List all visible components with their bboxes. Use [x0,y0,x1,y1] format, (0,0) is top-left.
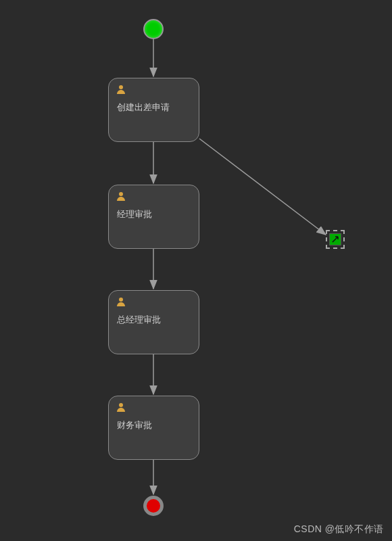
edge-task1-intermediate [199,139,326,235]
user-icon [116,191,126,204]
signal-icon [329,233,341,245]
intermediate-throw-event[interactable] [326,230,345,249]
user-icon [116,84,126,97]
task-gm-approval[interactable]: 总经理审批 [108,290,199,354]
svg-point-4 [119,403,123,407]
user-icon [116,296,126,310]
svg-point-1 [119,85,123,89]
start-event[interactable] [143,19,164,39]
svg-point-2 [119,192,123,196]
watermark: CSDN @低吟不作语 [294,523,384,536]
diagram-canvas[interactable]: 创建出差申请 经理审批 总经理审批 财务审批 [0,0,392,541]
user-icon [116,402,126,415]
task-label: 经理审批 [117,208,191,220]
task-label: 创建出差申请 [117,101,191,114]
task-finance-approval[interactable]: 财务审批 [108,396,199,460]
task-create-application[interactable]: 创建出差申请 [108,78,199,142]
task-label: 财务审批 [117,419,191,431]
svg-point-3 [119,298,123,302]
task-manager-approval[interactable]: 经理审批 [108,185,199,249]
end-event[interactable] [143,496,164,516]
task-label: 总经理审批 [117,314,191,326]
